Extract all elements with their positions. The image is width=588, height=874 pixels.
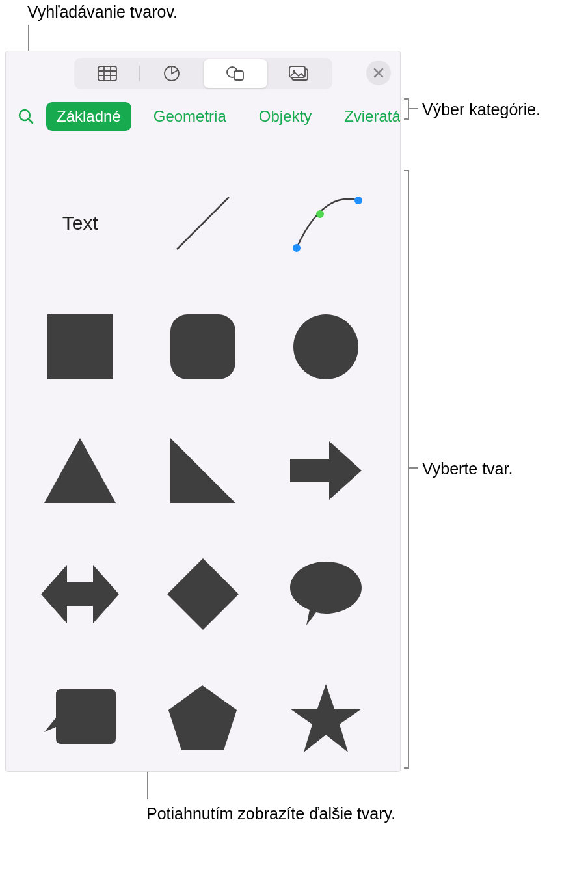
shape-pentagon[interactable] (155, 679, 252, 757)
bracket-shape (404, 170, 409, 769)
search-icon (18, 108, 34, 125)
toolbar-tab-chart[interactable] (140, 59, 204, 88)
segmented-control (74, 58, 332, 89)
search-button[interactable] (18, 108, 34, 125)
bracket-category (404, 98, 409, 120)
shapes-panel: Základné Geometria Objekty Zvieratá Text (5, 51, 401, 772)
svg-point-15 (354, 197, 362, 204)
category-objects[interactable]: Objekty (248, 102, 322, 131)
shape-star[interactable] (277, 679, 374, 757)
category-animals[interactable]: Zvieratá (334, 102, 401, 131)
callout-swipe: Potiahnutím zobrazíte ďalšie tvary. (146, 803, 395, 825)
toolbar-tab-media[interactable] (267, 59, 331, 88)
triangle-icon (44, 438, 116, 503)
shape-curve[interactable] (277, 184, 374, 262)
category-row[interactable]: Základné Geometria Objekty Zvieratá (6, 89, 400, 139)
svg-marker-21 (170, 438, 235, 503)
shape-rounded-square[interactable] (155, 308, 252, 386)
shape-text[interactable]: Text (32, 184, 129, 262)
arrow-right-icon (290, 441, 362, 500)
callout-search: Vyhľadávanie tvarov. (27, 1, 178, 23)
svg-rect-18 (170, 314, 235, 379)
svg-rect-7 (234, 71, 243, 80)
svg-marker-22 (290, 441, 362, 500)
svg-marker-24 (167, 558, 239, 630)
shape-right-triangle[interactable] (155, 431, 252, 510)
svg-marker-25 (168, 685, 237, 750)
svg-line-12 (29, 119, 33, 123)
category-basic[interactable]: Základné (46, 102, 131, 131)
insert-toolbar (6, 51, 400, 89)
speech-bubble-icon (290, 562, 362, 627)
media-icon (289, 66, 310, 81)
svg-marker-20 (44, 438, 116, 503)
diamond-icon (167, 558, 239, 630)
chart-icon (163, 65, 180, 82)
square-icon (47, 314, 113, 379)
shape-square[interactable] (32, 308, 129, 386)
close-icon (373, 68, 384, 78)
shapes-grid[interactable]: Text (6, 139, 400, 772)
bracket-stem (409, 467, 418, 469)
svg-rect-17 (47, 314, 113, 379)
pentagon-icon (168, 685, 237, 750)
right-triangle-icon (170, 438, 235, 503)
curve-icon (284, 184, 368, 262)
callout-category: Výber kategórie. (422, 99, 541, 120)
shape-arrow-right[interactable] (277, 431, 374, 510)
text-shape-label: Text (62, 212, 98, 234)
svg-point-14 (293, 244, 301, 252)
rounded-square-icon (170, 314, 235, 379)
toolbar-tab-shapes[interactable] (204, 59, 267, 88)
callout-line (147, 768, 148, 799)
callout-shape: Vyberte tvar. (422, 458, 513, 480)
shape-line[interactable] (155, 184, 252, 262)
svg-line-13 (177, 197, 229, 249)
shape-double-arrow[interactable] (32, 555, 129, 633)
svg-rect-0 (98, 66, 116, 81)
svg-marker-26 (290, 684, 362, 752)
star-icon (290, 684, 362, 752)
shape-speech-bubble[interactable] (277, 555, 374, 633)
double-arrow-icon (41, 565, 119, 623)
svg-point-19 (293, 314, 358, 379)
shape-circle[interactable] (277, 308, 374, 386)
shape-triangle[interactable] (32, 431, 129, 510)
shape-square-bubble[interactable] (32, 679, 129, 757)
shapes-icon (226, 65, 245, 82)
close-button[interactable] (366, 61, 391, 85)
svg-marker-23 (41, 565, 119, 623)
category-geometry[interactable]: Geometria (143, 102, 237, 131)
bracket-stem (409, 108, 418, 109)
svg-point-16 (316, 210, 324, 218)
toolbar-tab-table[interactable] (75, 59, 139, 88)
table-icon (98, 66, 117, 81)
line-icon (164, 184, 242, 262)
shape-diamond[interactable] (155, 555, 252, 633)
circle-icon (293, 314, 358, 379)
square-bubble-icon (44, 685, 116, 750)
